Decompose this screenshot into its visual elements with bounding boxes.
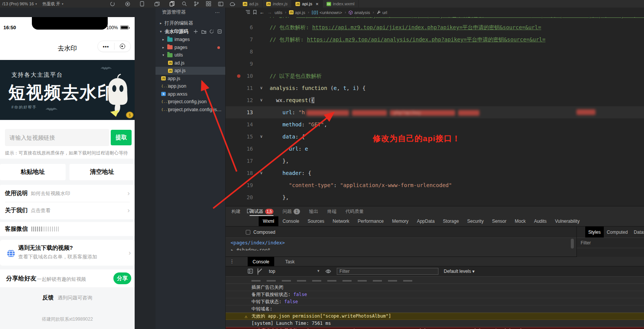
code-line-6[interactable]: 6// 包点数解析: https://api.mz9.top/api/jiexi…: [226, 21, 644, 33]
panel-tab-构建[interactable]: 构建: [231, 206, 240, 216]
styles-filter[interactable]: Filter: [577, 238, 644, 248]
close-icon[interactable]: ×: [316, 1, 319, 7]
search-icon[interactable]: [181, 1, 187, 7]
devtools-tab-vulnerability[interactable]: Vulnerability: [551, 216, 584, 226]
code-line-8[interactable]: 8: [226, 46, 644, 58]
fold-chevron[interactable]: ∨: [253, 131, 270, 143]
menu-item-usage[interactable]: 使用说明 如何去短视频水印 ›: [0, 185, 135, 202]
tree-item-ad-js[interactable]: JSad.js: [156, 59, 225, 67]
panel-tab-终端[interactable]: 终端: [327, 206, 336, 216]
devtools-tab-mock[interactable]: Mock: [510, 216, 530, 226]
help-card[interactable]: 遇到无法下载的视频? 查看下载域名白名单，联系客服添加 ›: [0, 240, 135, 266]
collapse-all-icon[interactable]: [217, 29, 222, 34]
devtools-tab-memory[interactable]: Memory: [388, 216, 413, 226]
refresh-icon[interactable]: [209, 29, 214, 34]
console-row-log[interactable]: [system] Launch Time: 7561 ms: [226, 320, 644, 327]
capsule-button[interactable]: •••: [97, 41, 131, 52]
code-line-14[interactable]: 14 method: "GET",: [226, 118, 644, 131]
console-row-log[interactable]: 中转下载状态: false: [226, 298, 644, 305]
code-line-13[interactable]: 13 url: "hphp?apikey: [226, 106, 644, 118]
device-selector[interactable]: /13 (Pro) 96% 16▾: [2, 0, 37, 8]
breadcrumb-item[interactable]: JSapi.js: [289, 10, 305, 15]
log-levels-selector[interactable]: Default levels ▾: [444, 269, 474, 274]
open-editors-section[interactable]: ▸ 打开的编辑器: [156, 19, 225, 27]
tree-item-project-config-json[interactable]: {..}project.config.json: [156, 98, 225, 106]
console-filter-input[interactable]: [337, 268, 438, 275]
more-actions-icon[interactable]: ⋯: [215, 9, 220, 15]
bookmark-icon[interactable]: [253, 10, 257, 15]
devtools-tab-network[interactable]: Network: [328, 216, 353, 226]
feedback-row[interactable]: 反馈 遇到问题可咨询: [0, 294, 135, 301]
tree-item-pages[interactable]: ▸pages: [156, 44, 225, 52]
breadcrumb-item[interactable]: [@]<unknown>: [312, 10, 342, 15]
more-menu-icon[interactable]: •••: [98, 44, 114, 49]
tree-item-api-js[interactable]: JSapi.js: [156, 67, 225, 75]
console-row-warn[interactable]: ⚠无效的 app.json permission["scope.writePho…: [226, 313, 644, 320]
fold-chevron[interactable]: ∨: [253, 82, 270, 94]
tree-item-project-private-config-js-[interactable]: {..}project.private.config.js…: [156, 106, 225, 114]
record-icon[interactable]: [124, 1, 130, 7]
wxml-shadow-node[interactable]: ▸ #shadow-root: [231, 247, 270, 250]
multi-window-icon[interactable]: [154, 1, 160, 7]
git-branch-icon[interactable]: [193, 1, 199, 7]
window-layout-icon[interactable]: [218, 1, 224, 7]
inspector-tab-computed[interactable]: Computed: [604, 227, 631, 238]
console-row-log[interactable]: 中转域名:: [226, 305, 644, 313]
fold-chevron[interactable]: ∨: [253, 94, 270, 106]
share-button[interactable]: 分享: [113, 272, 131, 284]
editor-tab[interactable]: JSad.js: [239, 0, 262, 8]
panel-tab-问题[interactable]: 问题1: [283, 206, 300, 216]
close-target-icon[interactable]: [115, 44, 131, 49]
eye-icon[interactable]: [325, 268, 331, 275]
context-selector[interactable]: top: [269, 269, 275, 274]
devtools-tab-performance[interactable]: Performance: [353, 216, 388, 226]
code-line-partial[interactable]: // 解析: https://api.mz9.top/api/jiexi/ind…: [226, 17, 644, 21]
extensions-grid-icon[interactable]: [206, 1, 212, 7]
code-line-10[interactable]: 10// 以下是包点数解析: [226, 70, 644, 82]
devtools-tab-sources[interactable]: Sources: [303, 216, 328, 226]
wxml-root-node[interactable]: <pages/index/index>: [231, 240, 285, 246]
console-tab-task[interactable]: Task: [280, 257, 300, 266]
editor-tab[interactable]: JSindex.js: [262, 0, 292, 8]
code-line-7[interactable]: 7// 包月解析: https://api.mz9.top/api/analys…: [226, 33, 644, 46]
menu-item-about[interactable]: 关于我们 点击查看 ›: [0, 202, 135, 219]
breadcrumb-item[interactable]: url: [377, 10, 387, 15]
panel-tab-代码质量[interactable]: 代码质量: [346, 206, 364, 216]
inspect-element-icon[interactable]: [247, 208, 252, 216]
outline-list-icon[interactable]: [245, 10, 250, 15]
panel-tab-输出[interactable]: 输出: [309, 206, 318, 216]
compile-refresh-icon[interactable]: [109, 1, 115, 7]
code-line-11[interactable]: 11∨analysis: function (e, t, i) {: [226, 82, 644, 94]
forward-arrow-icon[interactable]: →: [267, 9, 272, 15]
scrollbar-thumb[interactable]: [571, 239, 574, 249]
paste-address-button[interactable]: 粘贴地址: [0, 164, 66, 180]
tree-item-app-wxss[interactable]: Sapp.wxss: [156, 90, 225, 98]
devtools-tab-storage[interactable]: Storage: [439, 216, 463, 226]
console-tab-console[interactable]: Console: [248, 257, 274, 266]
whale-icon[interactable]: [229, 1, 235, 7]
editor-tab[interactable]: <>index.wxml: [323, 0, 359, 8]
clear-console-icon[interactable]: [258, 268, 258, 275]
devtools-tab-audits[interactable]: Audits: [530, 216, 551, 226]
project-root[interactable]: ▾ 去水印源码: [156, 27, 225, 36]
inspector-tab-styles[interactable]: Styles: [585, 227, 604, 238]
devtools-tab-appdata[interactable]: AppData: [413, 216, 439, 226]
console-row-log[interactable]: 插屏广告已关闭: [226, 284, 644, 291]
tree-item-images[interactable]: ▸images: [156, 36, 225, 44]
preview-phone-icon[interactable]: [139, 1, 145, 7]
new-file-icon[interactable]: [193, 29, 198, 34]
tree-item-app-js[interactable]: JSapp.js: [156, 75, 225, 83]
panel-tab-调试器[interactable]: 调试器1,5: [250, 206, 273, 216]
tree-item-utils[interactable]: ▾utils: [156, 51, 225, 59]
devtools-tab-sensor[interactable]: Sensor: [488, 216, 510, 226]
video-link-input[interactable]: [5, 129, 109, 146]
code-line-17[interactable]: 17 },: [226, 155, 644, 167]
code-line-16[interactable]: 16 url: e: [226, 143, 644, 155]
console-log[interactable]: 插屏广告已关闭备用下载按钮状态: false中转下载状态: false中转域名:…: [226, 277, 644, 329]
extract-button[interactable]: 提取: [111, 130, 132, 145]
devtools-tab-wxml[interactable]: Wxml: [259, 216, 278, 226]
kebab-menu-icon[interactable]: ⋮: [229, 258, 234, 264]
devtools-tab-console[interactable]: Console: [278, 216, 303, 226]
new-folder-icon[interactable]: [201, 29, 206, 34]
hot-reload-toggle[interactable]: 热重载 开▾: [42, 0, 63, 8]
